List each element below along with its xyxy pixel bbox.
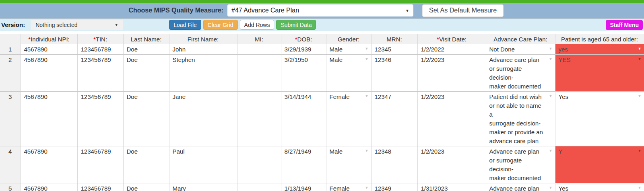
cell-first_name[interactable]: Mary	[169, 183, 237, 191]
add-rows-button[interactable]: Add Rows	[240, 20, 275, 30]
dropdown-caret-icon[interactable]: ▼	[638, 47, 642, 51]
dropdown-caret-icon[interactable]: ▼	[638, 94, 642, 98]
column-header-mi: MI:	[237, 34, 281, 44]
cell-visit_date[interactable]: 1/2/2023	[417, 146, 486, 183]
cell-visit_date[interactable]: 1/2/2022	[417, 44, 486, 55]
dropdown-caret-icon[interactable]: ▼	[638, 186, 642, 190]
column-header-advance_care_plan: Advance Care Plan:	[486, 34, 555, 44]
toolbar: Version: Nothing selected ▼ Load File Cl…	[0, 18, 644, 31]
cell-visit_date[interactable]: 1/31/2023	[417, 183, 486, 191]
cell-npi[interactable]: 4567890	[21, 183, 77, 191]
cell-first_name[interactable]: Jane	[169, 92, 237, 146]
cell-dob[interactable]: 1/13/1949	[281, 183, 326, 191]
cell-npi[interactable]: 4567890	[21, 44, 77, 55]
table-row: 44567890123456789DoePaul8/27/1949Male▼12…	[0, 146, 644, 183]
set-default-measure-button[interactable]: Set As Default Measure	[422, 4, 504, 17]
grid-header-row: *Individual NPI:*TIN:Last Name:First Nam…	[0, 34, 644, 44]
cell-gender[interactable]: Male▼	[326, 146, 371, 183]
row-number-header	[0, 34, 21, 44]
cell-last_name[interactable]: Doe	[123, 92, 169, 146]
cell-advance_care_plan[interactable]: Advance care plan or surrogate decision-…	[486, 183, 555, 191]
cell-tin[interactable]: 123456789	[77, 92, 123, 146]
cell-advance_care_plan[interactable]: Patient did not wish or not able to name…	[486, 92, 555, 146]
cell-gender[interactable]: Female▼	[326, 183, 371, 191]
submit-data-button[interactable]: Submit Data	[276, 20, 316, 30]
version-select[interactable]: Nothing selected ▼	[31, 20, 123, 30]
dropdown-caret-icon[interactable]: ▼	[365, 186, 369, 190]
cell-tin[interactable]: 123456789	[77, 183, 123, 191]
dropdown-caret-icon[interactable]: ▼	[365, 149, 369, 153]
dropdown-caret-icon[interactable]: ▼	[365, 47, 369, 51]
chevron-down-icon[interactable]: ▼	[405, 8, 409, 13]
cell-mi[interactable]	[237, 146, 281, 183]
cell-npi[interactable]: 4567890	[21, 92, 77, 146]
column-header-gender: Gender:	[326, 34, 371, 44]
cell-mi[interactable]	[237, 44, 281, 55]
row-number-cell: 5	[0, 183, 21, 191]
table-row: 14567890123456789DoeJohn3/29/1939Male▼12…	[0, 44, 644, 55]
load-file-button[interactable]: Load File	[169, 20, 201, 30]
cell-first_name[interactable]: John	[169, 44, 237, 55]
cell-visit_date[interactable]: 1/2/2023	[417, 55, 486, 92]
dropdown-caret-icon[interactable]: ▼	[549, 149, 553, 153]
table-row: 54567890123456789DoeMary1/13/1949Female▼…	[0, 183, 644, 191]
clear-grid-button[interactable]: Clear Grid	[203, 20, 238, 30]
cell-mrn[interactable]: 12348	[371, 146, 417, 183]
row-number-cell: 1	[0, 44, 21, 55]
spacer	[0, 31, 644, 34]
cell-aged_65[interactable]: Yes▼	[555, 92, 644, 146]
dropdown-caret-icon[interactable]: ▼	[549, 94, 553, 98]
cell-dob[interactable]: 3/2/1950	[281, 55, 326, 92]
cell-gender[interactable]: Male▼	[326, 55, 371, 92]
column-header-visit_date: *Visit Date:	[417, 34, 486, 44]
chevron-down-icon[interactable]: ▼	[114, 23, 118, 27]
dropdown-caret-icon[interactable]: ▼	[365, 94, 369, 98]
dropdown-caret-icon[interactable]: ▼	[549, 58, 553, 61]
cell-aged_65-invalid[interactable]: yes▼	[555, 44, 644, 55]
cell-last_name[interactable]: Doe	[123, 146, 169, 183]
cell-dob[interactable]: 3/29/1939	[281, 44, 326, 55]
cell-visit_date[interactable]: 1/2/2023	[417, 92, 486, 146]
cell-dob[interactable]: 3/14/1944	[281, 92, 326, 146]
cell-dob[interactable]: 8/27/1949	[281, 146, 326, 183]
cell-aged_65-invalid[interactable]: YES▼	[555, 55, 644, 92]
cell-mi[interactable]	[237, 55, 281, 92]
cell-mrn[interactable]: 12346	[371, 55, 417, 92]
cell-mrn[interactable]: 12345	[371, 44, 417, 55]
cell-mi[interactable]	[237, 92, 281, 146]
cell-first_name[interactable]: Paul	[169, 146, 237, 183]
cell-mi[interactable]	[237, 183, 281, 191]
dropdown-caret-icon[interactable]: ▼	[549, 47, 553, 51]
mips-measure-select[interactable]: #47 Advance Care Plan ▼	[227, 4, 413, 16]
cell-mrn[interactable]: 12347	[371, 92, 417, 146]
cell-tin[interactable]: 123456789	[77, 146, 123, 183]
required-marker: *	[437, 36, 439, 43]
cell-advance_care_plan[interactable]: Not Done▼	[486, 44, 555, 55]
cell-last_name[interactable]: Doe	[123, 55, 169, 92]
cell-last_name[interactable]: Doe	[123, 44, 169, 55]
row-number-cell: 2	[0, 55, 21, 92]
cell-advance_care_plan[interactable]: Advance care plan or surrogate decision-…	[486, 146, 555, 183]
cell-tin[interactable]: 123456789	[77, 55, 123, 92]
cell-mrn[interactable]: 12349	[371, 183, 417, 191]
cell-tin[interactable]: 123456789	[77, 44, 123, 55]
column-header-mrn: MRN:	[371, 34, 417, 44]
cell-first_name[interactable]: Stephen	[169, 55, 237, 92]
dropdown-caret-icon[interactable]: ▼	[638, 149, 642, 153]
measure-bar: Choose MIPS Quality Measure: #47 Advance…	[0, 3, 644, 18]
cell-npi[interactable]: 4567890	[21, 55, 77, 92]
dropdown-caret-icon[interactable]: ▼	[365, 58, 369, 61]
column-header-tin: *TIN:	[77, 34, 123, 44]
column-header-npi: *Individual NPI:	[21, 34, 77, 44]
cell-advance_care_plan[interactable]: Advance care plan or surrogate decision-…	[486, 55, 555, 92]
mips-data-grid: *Individual NPI:*TIN:Last Name:First Nam…	[0, 34, 644, 191]
staff-menu-button[interactable]: Staff Menu	[606, 20, 643, 30]
dropdown-caret-icon[interactable]: ▼	[638, 58, 642, 61]
cell-aged_65[interactable]: Yes▼	[555, 183, 644, 191]
cell-npi[interactable]: 4567890	[21, 146, 77, 183]
cell-gender[interactable]: Male▼	[326, 44, 371, 55]
dropdown-caret-icon[interactable]: ▼	[549, 186, 553, 190]
cell-aged_65-invalid[interactable]: Y▼	[555, 146, 644, 183]
cell-last_name[interactable]: Doe	[123, 183, 169, 191]
cell-gender[interactable]: Female▼	[326, 92, 371, 146]
